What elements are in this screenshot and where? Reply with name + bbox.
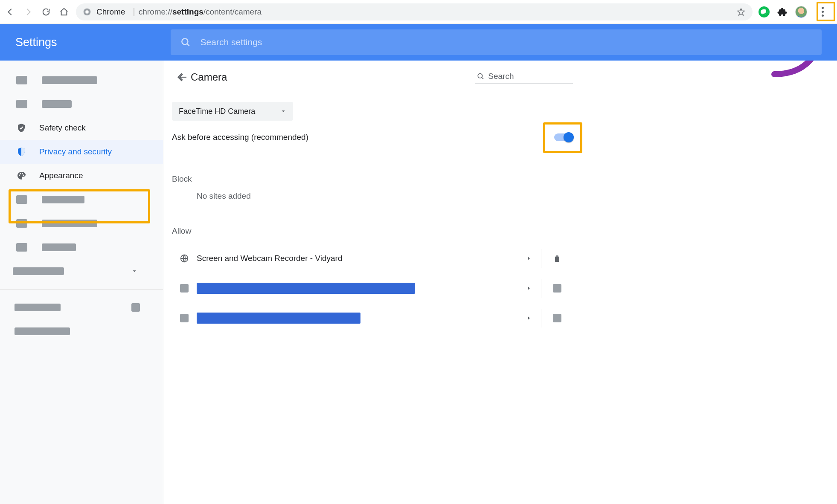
toolbar-actions — [759, 3, 833, 21]
sidebar-item-redacted[interactable] — [0, 92, 163, 116]
sidebar-item-advanced[interactable] — [0, 259, 163, 283]
svg-point-5 — [22, 173, 23, 174]
site-name: Screen and Webcam Recorder - Vidyard — [197, 254, 342, 263]
extensions-puzzle-icon[interactable] — [777, 7, 788, 17]
svg-point-2 — [182, 38, 188, 44]
allow-site-row: Screen and Webcam Recorder - Vidyard — [172, 243, 573, 273]
site-more-button[interactable] — [517, 256, 541, 261]
sidebar-label-appearance: Appearance — [39, 171, 83, 180]
browser-name: Chrome — [96, 7, 125, 17]
chevron-down-icon — [131, 268, 137, 274]
ask-before-access-row: Ask before accessing (recommended) — [172, 130, 573, 154]
allow-list: Screen and Webcam Recorder - Vidyard — [172, 243, 573, 333]
chevron-right-icon — [526, 286, 532, 291]
site-delete-button[interactable] — [541, 284, 573, 293]
search-settings-input[interactable] — [201, 37, 812, 47]
url-path-suffix: /content/camera — [203, 7, 262, 17]
site-more-button[interactable] — [517, 316, 541, 321]
sidebar-item-redacted[interactable] — [0, 211, 163, 235]
search-icon — [477, 72, 485, 81]
page-title: Camera — [191, 71, 227, 83]
ask-before-access-toggle[interactable] — [554, 133, 573, 141]
forward-button[interactable] — [22, 6, 34, 18]
sidebar-item-privacy[interactable]: Privacy and security — [0, 140, 163, 164]
allow-site-row — [172, 273, 573, 303]
svg-point-7 — [478, 74, 482, 78]
shield-icon — [16, 147, 26, 157]
settings-header: Settings — [0, 24, 837, 61]
block-section-label: Block — [172, 174, 573, 184]
toggle-wrap — [554, 133, 573, 141]
browser-toolbar: Chrome | chrome://settings/content/camer… — [0, 0, 837, 24]
chrome-menu-button[interactable] — [815, 3, 830, 21]
toggle-label: Ask before accessing (recommended) — [172, 133, 308, 142]
sidebar-item-safety-check[interactable]: Safety check — [0, 116, 163, 140]
annotation-arrow — [768, 61, 837, 83]
trash-icon — [553, 254, 561, 263]
reload-button[interactable] — [40, 6, 52, 18]
chrome-logo-icon — [83, 8, 91, 16]
site-name-redacted — [197, 283, 415, 294]
chevron-right-icon — [526, 316, 532, 321]
sidebar-item-redacted[interactable] — [0, 235, 163, 259]
home-button[interactable] — [58, 6, 70, 18]
svg-point-4 — [20, 173, 21, 174]
sidebar-item-redacted[interactable] — [0, 188, 163, 211]
bookmark-star-icon[interactable] — [736, 7, 746, 17]
back-button[interactable] — [4, 6, 16, 18]
camera-device-value: FaceTime HD Camera — [179, 107, 255, 116]
sidebar-item-redacted[interactable] — [0, 68, 163, 92]
page-search[interactable] — [475, 70, 573, 84]
svg-point-6 — [23, 175, 24, 176]
url-path-bold: settings — [172, 7, 203, 17]
open-in-new-icon — [131, 303, 140, 312]
site-delete-button[interactable] — [541, 254, 573, 263]
block-empty-text: No sites added — [197, 191, 573, 201]
site-delete-button[interactable] — [541, 314, 573, 322]
allow-section-label: Allow — [172, 226, 573, 236]
sidebar-item-appearance[interactable]: Appearance — [0, 164, 163, 188]
url-prefix: chrome:// — [139, 7, 172, 17]
search-settings-box[interactable] — [171, 29, 822, 55]
chevron-right-icon — [526, 256, 532, 261]
palette-icon — [16, 171, 26, 181]
main-content: Camera FaceTime HD Camera Ask before acc… — [163, 61, 837, 504]
settings-body: Safety check Privacy and security Appear… — [0, 61, 837, 504]
settings-title: Settings — [15, 36, 57, 49]
extension-icon[interactable] — [759, 6, 770, 17]
svg-point-3 — [19, 175, 20, 176]
arrow-left-icon — [178, 72, 188, 82]
profile-avatar[interactable] — [795, 6, 807, 18]
site-icon — [172, 314, 197, 322]
settings-sidebar: Safety check Privacy and security Appear… — [0, 61, 163, 504]
sidebar-label-safety: Safety check — [39, 123, 86, 133]
camera-device-select[interactable]: FaceTime HD Camera — [172, 102, 293, 121]
sidebar-item-about[interactable] — [0, 319, 163, 343]
site-name-redacted — [197, 313, 360, 324]
shield-check-icon — [16, 123, 26, 133]
dropdown-arrow-icon — [280, 108, 286, 114]
site-icon — [172, 284, 197, 293]
globe-icon — [172, 254, 197, 263]
allow-site-row — [172, 303, 573, 333]
address-bar[interactable]: Chrome | chrome://settings/content/camer… — [76, 3, 753, 20]
search-icon — [180, 37, 191, 48]
sidebar-item-extensions[interactable] — [0, 295, 163, 319]
page-search-input[interactable] — [488, 72, 571, 81]
site-more-button[interactable] — [517, 286, 541, 291]
svg-point-1 — [85, 10, 89, 14]
sidebar-label-privacy: Privacy and security — [39, 147, 112, 156]
